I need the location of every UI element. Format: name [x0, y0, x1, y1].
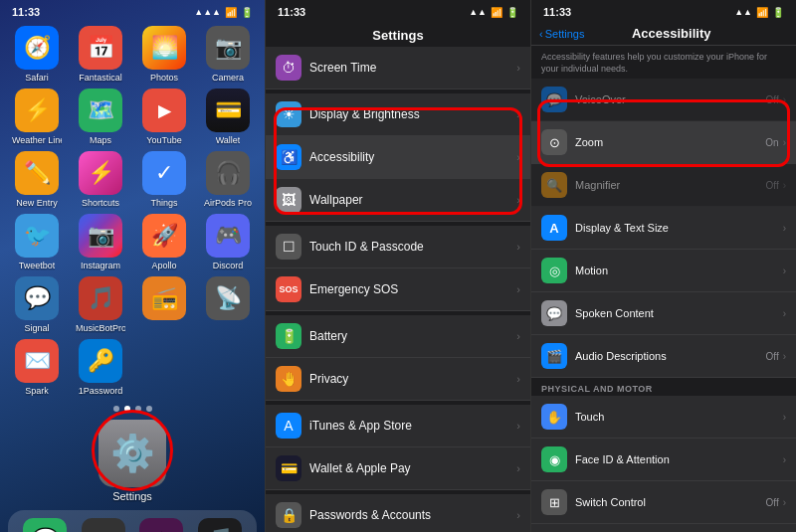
screentime-label: Screen Time — [309, 61, 516, 75]
accessibility-title: Accessibility — [584, 26, 758, 41]
battery-icon-2: 🔋 — [506, 7, 518, 18]
app-fantastical[interactable]: 📅 Fantastical — [72, 26, 129, 83]
wifi-icon-3: 📶 — [756, 7, 768, 18]
accessibility-nav: ‹ Settings Accessibility — [531, 20, 796, 46]
app-radio[interactable]: 📻 — [135, 276, 193, 333]
app-discord[interactable]: 🎮 Discord — [199, 214, 257, 270]
touch-chevron: › — [783, 412, 786, 423]
settings-item-sos[interactable]: SOS Emergency SOS › — [266, 268, 530, 311]
acc-item-displaytextsize[interactable]: A Display & Text Size › — [531, 207, 796, 250]
app-wallet[interactable]: 💳 Wallet — [199, 89, 257, 145]
app-airpods[interactable]: 🎧 AirPods Pro — [199, 151, 257, 208]
settings-item-passwords[interactable]: 🔒 Passwords & Accounts › — [266, 494, 530, 532]
app-apollo-label: Apollo — [151, 261, 176, 270]
settings-item-display[interactable]: ☀ Display & Brightness › — [266, 93, 530, 136]
voiceover-icon: 💬 — [541, 87, 567, 112]
app-spark[interactable]: ✉️ Spark — [8, 339, 66, 396]
acc-item-faceid[interactable]: ◉ Face ID & Attention › — [531, 439, 796, 481]
magnifier-icon: 🔍 — [541, 172, 567, 198]
motion-chevron: › — [783, 266, 786, 276]
sos-chevron: › — [516, 283, 520, 295]
app-camera[interactable]: 📷 Camera — [199, 26, 257, 83]
app-tweetbot[interactable]: 🐦 Tweetbot — [8, 214, 66, 270]
sos-label: Emergency SOS — [309, 282, 516, 296]
dock-app2[interactable]: ⬛ — [82, 518, 125, 532]
dot-4 — [146, 406, 152, 412]
audiodesc-chevron: › — [783, 351, 786, 362]
settings-item-battery[interactable]: 🔋 Battery › — [266, 315, 530, 358]
settings-item-accessibility[interactable]: ♿ Accessibility › — [266, 136, 530, 179]
settings-item-appstore[interactable]: A iTunes & App Store › — [266, 405, 530, 447]
acc-item-audiodesc[interactable]: 🎬 Audio Descriptions Off › — [531, 335, 796, 378]
dock-music[interactable]: 🎵 — [198, 518, 242, 532]
app-youtube[interactable]: ▶ YouTube — [135, 89, 193, 145]
battery-settings-icon: 🔋 — [276, 323, 301, 349]
magnifier-label: Magnifier — [575, 179, 766, 191]
app-safari-label: Safari — [25, 73, 49, 83]
app-settings[interactable]: ⚙️ Settings — [99, 420, 166, 502]
display-chevron: › — [516, 108, 520, 120]
settings-item-screentime[interactable]: ⏱ Screen Time › — [266, 47, 530, 89]
home-screen-panel: 11:33 ▲▲▲ 📶 🔋 🧭 Safari 📅 Fantastical 🌅 P… — [0, 0, 265, 532]
acc-item-zoom[interactable]: ⊙ Zoom On › — [531, 121, 796, 164]
back-button[interactable]: ‹ Settings — [539, 28, 584, 40]
faceid-chevron: › — [783, 454, 786, 465]
app-instagram-label: Instagram — [81, 261, 120, 270]
time-2: 11:33 — [278, 6, 305, 18]
app-things[interactable]: ✓ Things — [135, 151, 193, 208]
accessibility-panel: 11:33 ▲▲ 📶 🔋 ‹ Settings Accessibility Ac… — [531, 0, 796, 532]
app-weather[interactable]: ⚡ Weather Line — [8, 89, 66, 145]
display-label: Display & Brightness — [309, 107, 516, 121]
app-shortcuts[interactable]: ⚡ Shortcuts — [72, 151, 129, 208]
zoom-icon: ⊙ — [541, 129, 567, 155]
acc-item-motion[interactable]: ◎ Motion › — [531, 250, 796, 292]
app-fantastical-label: Fantastical — [79, 73, 122, 83]
magnifier-chevron: › — [783, 180, 786, 191]
app-weather-label: Weather Line — [12, 135, 62, 145]
app-musicbotpro[interactable]: 🎵 MusicBotPro — [72, 276, 129, 333]
app-spark-label: Spark — [25, 386, 49, 396]
settings-item-applepay[interactable]: 💳 Wallet & Apple Pay › — [266, 447, 530, 490]
passwords-chevron: › — [516, 509, 520, 521]
switchcontrol-icon: ⊞ — [541, 489, 567, 515]
acc-item-magnifier[interactable]: 🔍 Magnifier Off › — [531, 164, 796, 207]
acc-item-spokencontent[interactable]: 💬 Spoken Content › — [531, 292, 796, 335]
dock-messages[interactable]: 💬 — [23, 518, 67, 532]
app-antenna[interactable]: 📡 — [199, 276, 257, 333]
settings-label: Settings — [112, 490, 152, 502]
privacy-label: Privacy — [309, 372, 516, 386]
app-1password[interactable]: 🔑 1Password — [72, 339, 129, 396]
app-apollo[interactable]: 🚀 Apollo — [135, 214, 193, 270]
app-airpods-label: AirPods Pro — [204, 198, 252, 208]
app-signal[interactable]: 💬 Signal — [8, 276, 66, 333]
app-newentry[interactable]: ✏️ New Entry — [8, 151, 66, 208]
settings-item-privacy[interactable]: 🤚 Privacy › — [266, 358, 530, 401]
settings-list: ⏱ Screen Time › ☀ Display & Brightness ›… — [266, 47, 530, 532]
touchid-icon: ☐ — [276, 234, 301, 260]
app-safari[interactable]: 🧭 Safari — [8, 26, 66, 83]
signal-icon: ▲▲▲ — [194, 7, 221, 17]
battery-icon: 🔋 — [241, 7, 253, 18]
accessibility-list: 💬 VoiceOver Off › ⊙ Zoom On › 🔍 Magnifie… — [531, 79, 796, 532]
settings-item-wallpaper[interactable]: 🖼 Wallpaper › — [266, 179, 530, 222]
dock-slack[interactable]: ✦ — [139, 518, 183, 532]
app-photos[interactable]: 🌅 Photos — [135, 26, 193, 83]
zoom-value: On — [765, 137, 778, 148]
settings-item-touchid[interactable]: ☐ Touch ID & Passcode › — [266, 226, 530, 268]
faceid-label: Face ID & Attention — [575, 453, 783, 465]
settings-group-screentime: ⏱ Screen Time › — [266, 47, 530, 89]
settings-group-display: ☀ Display & Brightness › ♿ Accessibility… — [266, 93, 530, 222]
status-icons-3: ▲▲ 📶 🔋 — [734, 7, 784, 18]
app-instagram[interactable]: 📷 Instagram — [72, 214, 129, 270]
acc-item-touch[interactable]: ✋ Touch › — [531, 396, 796, 439]
app-maps[interactable]: 🗺️ Maps — [72, 89, 129, 145]
privacy-chevron: › — [516, 373, 520, 385]
wallpaper-icon: 🖼 — [276, 187, 301, 213]
acc-item-voiceover[interactable]: 💬 VoiceOver Off › — [531, 79, 796, 121]
acc-item-voicecontrol[interactable]: 🎙 Voice Control Off › — [531, 524, 796, 532]
acc-item-switchcontrol[interactable]: ⊞ Switch Control Off › — [531, 481, 796, 524]
voiceover-chevron: › — [783, 94, 786, 105]
settings-title: Settings — [266, 20, 530, 47]
audiodesc-icon: 🎬 — [541, 343, 567, 369]
status-bar-2: 11:33 ▲▲ 📶 🔋 — [266, 0, 530, 20]
